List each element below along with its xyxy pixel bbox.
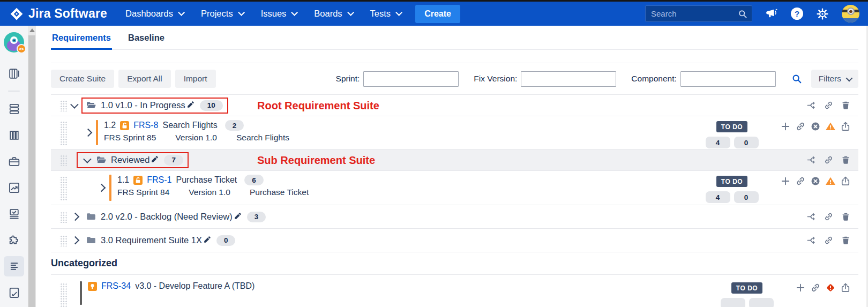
drag-handle[interactable]	[59, 235, 67, 246]
move-icon[interactable]	[806, 212, 817, 222]
requirement-main: 1.2 FRS-8 Search Flights 2 FRS Sprint 85…	[104, 120, 289, 143]
export-all-button[interactable]: Export All	[118, 70, 170, 88]
link-icon[interactable]	[824, 235, 834, 245]
move-icon[interactable]	[806, 100, 817, 110]
error-icon[interactable]	[825, 282, 836, 293]
chevron-expand-icon[interactable]	[83, 155, 92, 163]
announcement-icon[interactable]	[765, 8, 778, 20]
columns-icon[interactable]	[4, 125, 24, 145]
link-icon[interactable]	[795, 121, 806, 132]
link-icon[interactable]	[824, 100, 834, 110]
export-share-icon[interactable]	[840, 176, 851, 186]
priority-color-bar	[109, 175, 111, 201]
drag-handle[interactable]	[59, 176, 67, 200]
vertical-scrollbar[interactable]	[28, 26, 36, 307]
issue-key-link[interactable]: FRS-1	[147, 175, 171, 185]
drag-handle[interactable]	[59, 282, 67, 307]
tab-baseline[interactable]: Baseline	[127, 33, 166, 49]
user-avatar[interactable]	[842, 5, 859, 23]
move-icon[interactable]	[806, 235, 817, 245]
stack-check-icon[interactable]	[4, 204, 24, 224]
project-avatar[interactable]: <>	[4, 32, 24, 53]
drag-handle[interactable]	[59, 154, 67, 166]
chevron-down-icon	[178, 9, 185, 16]
trash-icon[interactable]	[841, 155, 851, 165]
status-badge: TO DO	[716, 121, 747, 132]
help-icon[interactable]: ?	[791, 8, 803, 20]
search-input[interactable]	[646, 9, 752, 18]
backlog-rows-icon[interactable]	[4, 99, 24, 119]
drag-handle[interactable]	[59, 211, 67, 223]
priority-color-bar	[80, 281, 82, 305]
export-share-icon[interactable]	[840, 282, 851, 293]
chevron-collapsed-icon[interactable]	[71, 213, 80, 221]
component-input[interactable]	[680, 71, 776, 87]
puzzle-addon-icon[interactable]	[4, 230, 24, 250]
link-icon[interactable]	[824, 212, 834, 222]
requirements-list-icon[interactable]	[4, 256, 24, 276]
annotation-highlight-box: 1.0 v1.0 - In Progress 10	[81, 98, 228, 114]
row-actions	[806, 100, 851, 110]
settings-gear-icon[interactable]	[816, 8, 829, 20]
remove-circle-icon[interactable]	[810, 121, 821, 132]
reports-chart-icon[interactable]	[4, 177, 24, 198]
search-icon[interactable]	[737, 9, 748, 19]
requirement-right: TO DO	[720, 282, 851, 307]
chevron-collapsed-icon[interactable]	[71, 236, 80, 245]
menu-issues[interactable]: Issues	[261, 9, 296, 19]
create-button[interactable]: Create	[415, 5, 460, 23]
menu-projects[interactable]: Projects	[201, 9, 243, 19]
annotation-sub-suite: Sub Requirement Suite	[257, 154, 375, 166]
navbar-search	[645, 5, 752, 22]
warning-icon[interactable]	[825, 121, 836, 132]
import-button[interactable]: Import	[175, 70, 216, 88]
add-icon[interactable]	[795, 282, 806, 293]
edit-pencil-icon[interactable]	[186, 101, 194, 109]
drag-handle[interactable]	[59, 121, 67, 145]
filters-button-label: Filters	[819, 74, 841, 84]
requirement-title: Purchase Ticket	[176, 175, 237, 185]
scrollbar-thumb[interactable]	[28, 35, 35, 307]
trash-icon[interactable]	[841, 100, 851, 110]
edit-pencil-icon[interactable]	[234, 212, 242, 220]
tab-requirements[interactable]: Requirements	[51, 33, 112, 50]
trash-icon[interactable]	[841, 235, 851, 245]
filter-search-icon[interactable]	[791, 73, 803, 85]
scrollbar-up-arrow[interactable]	[29, 28, 35, 32]
link-icon[interactable]	[824, 155, 834, 165]
menu-dashboards[interactable]: Dashboards	[125, 9, 183, 19]
annotation-highlight-box: Reviewed 7	[77, 152, 189, 168]
filters-button[interactable]: Filters	[811, 70, 858, 88]
menu-boards[interactable]: Boards	[314, 9, 351, 19]
fix-version-input[interactable]	[521, 71, 616, 87]
add-icon[interactable]	[780, 121, 791, 132]
board-icon[interactable]	[4, 63, 24, 84]
issue-key-link[interactable]: FRS-8	[133, 121, 158, 130]
suite-title: Reviewed	[111, 155, 149, 165]
releases-briefcase-icon[interactable]	[4, 151, 24, 171]
move-icon[interactable]	[806, 155, 817, 165]
count-pill: 0	[734, 191, 759, 203]
chevron-collapsed-icon[interactable]	[84, 129, 93, 137]
create-suite-button[interactable]: Create Suite	[51, 70, 114, 88]
add-icon[interactable]	[780, 176, 791, 186]
menu-tests[interactable]: Tests	[370, 9, 401, 19]
link-icon[interactable]	[795, 176, 806, 186]
issue-key-link[interactable]: FRS-34	[101, 281, 131, 291]
export-share-icon[interactable]	[840, 121, 851, 132]
chevron-expand-icon[interactable]	[70, 100, 79, 109]
link-icon[interactable]	[810, 282, 821, 293]
trash-icon[interactable]	[841, 212, 851, 222]
requirement-main: FRS-34 v3.0 - Develop Feature A (TBD)	[88, 281, 255, 291]
edit-pencil-icon[interactable]	[203, 236, 211, 244]
requirement-main: 1.1 FRS-1 Purchase Ticket 6 FRS Sprint 8…	[117, 175, 309, 197]
chevron-collapsed-icon[interactable]	[98, 184, 106, 192]
edit-pencil-icon[interactable]	[151, 155, 159, 163]
warning-icon[interactable]	[825, 176, 836, 186]
drag-handle[interactable]	[59, 100, 67, 111]
jira-logo[interactable]: Jira Software	[10, 6, 107, 21]
sprint-input[interactable]	[363, 71, 459, 87]
remove-circle-icon[interactable]	[810, 176, 821, 186]
row-actions	[806, 235, 851, 245]
document-icon[interactable]	[4, 282, 24, 303]
